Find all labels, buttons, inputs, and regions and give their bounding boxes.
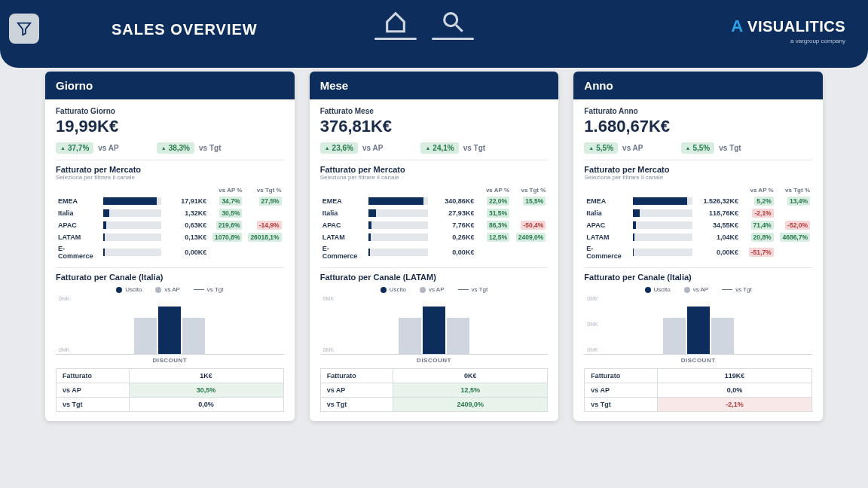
- market-vstgt: [512, 243, 548, 261]
- row-label: vs Tgt: [320, 398, 393, 412]
- legend-uscito: Uscito: [645, 286, 671, 293]
- market-table: vs AP % vs Tgt % EMEA 1.526,32K€ 5,2% 13…: [584, 185, 812, 261]
- chart-yaxis: 0MK0MK: [323, 296, 334, 354]
- table-row[interactable]: Italia 118,76K€ -2,1%: [584, 207, 812, 219]
- table-row[interactable]: EMEA 17,91K€ 34,7% 27,5%: [56, 195, 284, 207]
- brand-subtitle: a vargroup company: [731, 38, 845, 44]
- card-giorno: Giorno Fatturato Giorno 19,99K€ 37,7%vs …: [45, 72, 295, 421]
- kpi-label: Fatturato Anno: [584, 107, 812, 115]
- table-row[interactable]: LATAM 1,04K€ 20,8% 4686,7%: [584, 231, 812, 243]
- kpi-value: 1.680,67K€: [584, 117, 812, 136]
- market-value: 7,76K€: [430, 219, 476, 231]
- market-bar: [101, 219, 164, 231]
- table-row[interactable]: EMEA 1.526,32K€ 5,2% 13,4%: [584, 195, 812, 207]
- row-value: 12,5%: [393, 383, 548, 398]
- row-value: -2,1%: [657, 398, 811, 412]
- kpi-vsap: 23,6%vs AP: [320, 142, 384, 154]
- kpi-value: 19,99K€: [56, 117, 284, 136]
- row-value: 2409,0%: [393, 398, 548, 412]
- kpi-label: Fatturato Giorno: [56, 107, 284, 115]
- market-table: vs AP % vs Tgt % EMEA 17,91K€ 34,7% 27,5…: [56, 185, 284, 261]
- legend-uscito: Uscito: [381, 286, 406, 293]
- market-vsap: 31,5%: [476, 207, 512, 219]
- market-vstgt: 27,5%: [244, 195, 283, 207]
- funnel-icon: [16, 20, 32, 37]
- search-nav[interactable]: [426, 9, 479, 40]
- chart-yaxis: 0MK0MK: [59, 296, 69, 354]
- market-name: LATAM: [56, 231, 101, 243]
- filter-button[interactable]: [9, 14, 39, 44]
- summary-table: Fatturato119K€ vs AP0,0% vs Tgt-2,1%: [584, 368, 812, 412]
- row-value: 1K€: [129, 369, 283, 383]
- market-vstgt: -52,0%: [776, 219, 812, 231]
- market-value: 0,26K€: [430, 231, 476, 243]
- market-bar: [366, 195, 430, 207]
- market-vsap: -2,1%: [741, 207, 776, 219]
- col-vstgt: vs Tgt %: [244, 185, 283, 195]
- home-icon: [383, 9, 408, 35]
- kpi-value: 376,81K€: [320, 117, 549, 136]
- table-row[interactable]: E-Commerce 0,00K€: [320, 243, 549, 261]
- chart-xlabel: DISCOUNT: [584, 357, 812, 364]
- col-vsap: vs AP %: [209, 185, 244, 195]
- chart-bar-uscito: [158, 307, 181, 354]
- brand-mark: A: [731, 17, 743, 36]
- market-vstgt: [512, 207, 548, 219]
- market-bar: [366, 219, 430, 231]
- market-value: 1,04K€: [695, 231, 741, 243]
- table-row[interactable]: Italia 1,32K€ 30,5%: [56, 207, 284, 219]
- market-value: 1.526,32K€: [695, 195, 741, 207]
- market-bar: [366, 231, 430, 243]
- market-bar: [366, 207, 430, 219]
- table-row[interactable]: LATAM 0,13K€ 1070,8% 26018,1%: [56, 231, 284, 243]
- card-mese: Mese Fatturato Mese 376,81K€ 23,6%vs AP …: [310, 72, 559, 421]
- table-row[interactable]: APAC 7,76K€ 86,3% -50,4%: [320, 219, 549, 231]
- table-row[interactable]: APAC 34,55K€ 71,4% -52,0%: [584, 219, 812, 231]
- market-vsap: 22,0%: [476, 195, 512, 207]
- market-section-title: Fatturato per Mercato: [320, 165, 549, 174]
- market-name: E-Commerce: [584, 243, 630, 261]
- home-nav[interactable]: [369, 9, 422, 40]
- market-vsap: 34,7%: [209, 195, 244, 207]
- table-row[interactable]: E-Commerce 0,00K€: [56, 243, 284, 261]
- table-row[interactable]: Italia 27,93K€ 31,5%: [320, 207, 549, 219]
- col-vstgt: vs Tgt %: [776, 185, 812, 195]
- table-row[interactable]: E-Commerce 0,00K€ -51,7%: [584, 243, 812, 261]
- row-label: Fatturato: [320, 369, 393, 383]
- market-section-title: Fatturato per Mercato: [56, 165, 284, 174]
- row-value: 0,0%: [657, 383, 811, 398]
- nav-indicator: [432, 38, 474, 40]
- row-value: 0K€: [393, 369, 548, 383]
- brand-name: VISUALITICS: [747, 18, 845, 35]
- market-name: E-Commerce: [56, 243, 101, 261]
- market-vstgt: 26018,1%: [244, 231, 283, 243]
- search-icon: [440, 9, 466, 35]
- kpi-label: Fatturato Mese: [320, 107, 549, 115]
- table-row[interactable]: EMEA 340,86K€ 22,0% 15,5%: [320, 195, 549, 207]
- market-vsap: -51,7%: [741, 243, 776, 261]
- card-title: Giorno: [45, 72, 295, 99]
- market-table: vs AP % vs Tgt % EMEA 340,86K€ 22,0% 15,…: [320, 185, 549, 261]
- chart-xlabel: DISCOUNT: [320, 357, 549, 364]
- table-row[interactable]: LATAM 0,26K€ 12,5% 2409,0%: [320, 231, 549, 243]
- market-name: E-Commerce: [320, 243, 366, 261]
- chart-xlabel: DISCOUNT: [56, 357, 284, 364]
- market-vstgt: 2409,0%: [512, 231, 548, 243]
- market-bar: [631, 219, 695, 231]
- chart-yaxis: 0MK0MK0MK: [587, 296, 598, 354]
- market-value: 1,32K€: [164, 207, 209, 219]
- table-row[interactable]: APAC 0,63K€ 219,6% -14,9%: [56, 219, 284, 231]
- nav-indicator: [374, 38, 417, 40]
- channel-section-title: Fatturato per Canale (Italia): [584, 273, 812, 282]
- market-value: 0,00K€: [695, 243, 741, 261]
- market-bar: [631, 231, 695, 243]
- market-value: 118,76K€: [695, 207, 741, 219]
- chart-bar-ap: [399, 318, 421, 354]
- market-name: EMEA: [584, 195, 630, 207]
- market-name: LATAM: [320, 231, 366, 243]
- col-vstgt: vs Tgt %: [512, 185, 548, 195]
- channel-section-title: Fatturato per Canale (Italia): [56, 273, 284, 282]
- legend-vsap: vs AP: [155, 286, 179, 293]
- chart-bar-tgt: [711, 318, 734, 354]
- market-vsap: 86,3%: [476, 219, 512, 231]
